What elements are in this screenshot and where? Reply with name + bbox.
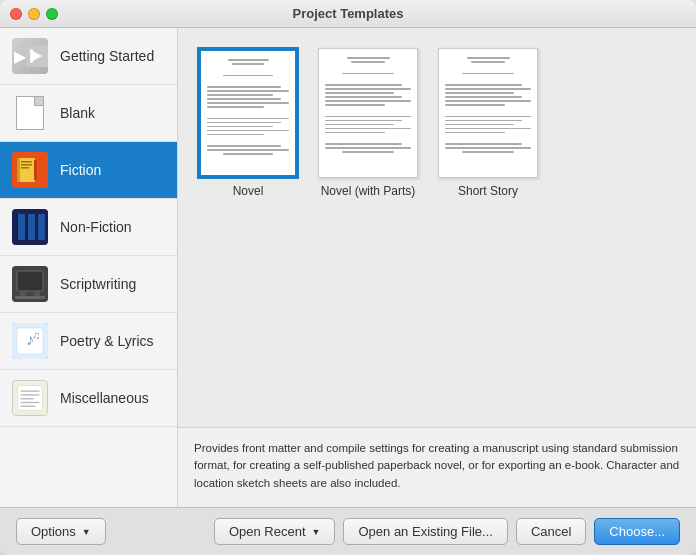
sidebar-label-scriptwriting: Scriptwriting — [60, 276, 136, 292]
template-item-short-story[interactable]: Short Story — [438, 48, 538, 198]
svg-rect-30 — [21, 390, 40, 391]
template-label-novel-parts: Novel (with Parts) — [321, 184, 416, 198]
options-button[interactable]: Options ▼ — [16, 518, 106, 545]
svg-rect-19 — [17, 271, 43, 291]
sidebar-label-poetry: Poetry & Lyrics — [60, 333, 154, 349]
close-button[interactable] — [10, 8, 22, 20]
template-preview-novel-parts[interactable] — [318, 48, 418, 178]
options-dropdown-arrow: ▼ — [82, 527, 91, 537]
sidebar-label-blank: Blank — [60, 105, 95, 121]
cancel-button[interactable]: Cancel — [516, 518, 586, 545]
sidebar-label-fiction: Fiction — [60, 162, 101, 178]
maximize-button[interactable] — [46, 8, 58, 20]
misc-icon — [12, 380, 48, 416]
right-panel: Novel — [178, 28, 696, 507]
svg-rect-2 — [30, 49, 33, 63]
svg-rect-32 — [21, 398, 34, 399]
svg-rect-8 — [21, 167, 29, 169]
sidebar-label-non-fiction: Non-Fiction — [60, 219, 132, 235]
template-item-novel-parts[interactable]: Novel (with Parts) — [318, 48, 418, 198]
arrow-icon — [12, 38, 48, 74]
sidebar-item-fiction[interactable]: Fiction — [0, 142, 177, 199]
nonfiction-icon — [12, 209, 48, 245]
description-area: Provides front matter and compile settin… — [178, 427, 696, 507]
fiction-icon — [12, 152, 48, 188]
sidebar: Getting Started Blank — [0, 28, 178, 507]
svg-text:♫: ♫ — [32, 329, 40, 341]
choose-button[interactable]: Choose... — [594, 518, 680, 545]
open-recent-dropdown-arrow: ▼ — [312, 527, 321, 537]
sidebar-item-poetry[interactable]: ♪ ♫ Poetry & Lyrics — [0, 313, 177, 370]
minimize-button[interactable] — [28, 8, 40, 20]
svg-rect-10 — [34, 160, 37, 180]
svg-rect-33 — [21, 402, 40, 403]
template-label-short-story: Short Story — [458, 184, 518, 198]
open-recent-button[interactable]: Open Recent ▼ — [214, 518, 336, 545]
svg-rect-34 — [21, 406, 36, 407]
sidebar-item-non-fiction[interactable]: Non-Fiction — [0, 199, 177, 256]
sidebar-item-miscellaneous[interactable]: Miscellaneous — [0, 370, 177, 427]
open-existing-button[interactable]: Open an Existing File... — [343, 518, 507, 545]
svg-rect-6 — [21, 161, 32, 163]
sidebar-item-getting-started[interactable]: Getting Started — [0, 28, 177, 85]
sidebar-item-scriptwriting[interactable]: Scriptwriting — [0, 256, 177, 313]
description-text: Provides front matter and compile settin… — [194, 442, 679, 489]
titlebar: Project Templates — [0, 0, 696, 28]
svg-rect-15 — [26, 214, 28, 240]
poetry-icon: ♪ ♫ — [12, 323, 48, 359]
svg-rect-7 — [21, 164, 32, 166]
main-content: Getting Started Blank — [0, 28, 696, 507]
template-preview-short-story[interactable] — [438, 48, 538, 178]
svg-rect-5 — [17, 158, 20, 182]
window-controls — [10, 8, 58, 20]
sidebar-item-blank[interactable]: Blank — [0, 85, 177, 142]
svg-rect-23 — [15, 296, 45, 299]
blank-icon — [12, 95, 48, 131]
svg-rect-31 — [21, 394, 40, 395]
scriptwriting-icon — [12, 266, 48, 302]
template-preview-novel[interactable] — [198, 48, 298, 178]
svg-rect-17 — [36, 214, 38, 240]
sidebar-label-miscellaneous: Miscellaneous — [60, 390, 149, 406]
templates-grid: Novel — [178, 28, 696, 427]
window-title: Project Templates — [292, 6, 403, 21]
sidebar-label-getting-started: Getting Started — [60, 48, 154, 64]
template-item-novel[interactable]: Novel — [198, 48, 298, 198]
svg-rect-13 — [16, 214, 18, 240]
template-label-novel: Novel — [233, 184, 264, 198]
footer: Options ▼ Open Recent ▼ Open an Existing… — [0, 507, 696, 555]
